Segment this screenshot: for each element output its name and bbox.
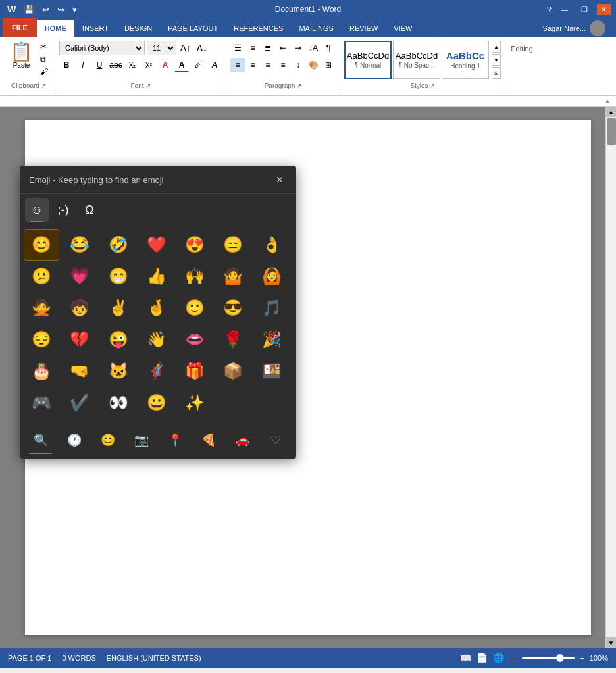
emoji-cell-33[interactable]: 📦 xyxy=(215,355,251,387)
text-effects-button[interactable]: A xyxy=(207,58,222,72)
emoji-cell-1[interactable]: 😂 xyxy=(62,229,97,261)
font-expand-icon[interactable]: ↗ xyxy=(145,82,151,89)
restore-button[interactable]: ❐ xyxy=(577,4,592,15)
subscript-button[interactable]: X₂ xyxy=(125,58,140,72)
help-icon[interactable]: ? xyxy=(547,5,552,14)
emoji-cell-4[interactable]: 😍 xyxy=(177,229,213,261)
read-mode-icon[interactable]: 📖 xyxy=(460,653,471,663)
tab-mailings[interactable]: MAILINGS xyxy=(291,20,342,37)
numbering-button[interactable]: ≡ xyxy=(245,41,260,55)
emoji-tab-symbols[interactable]: Ω xyxy=(78,198,101,222)
copy-button[interactable]: ⧉ xyxy=(38,53,51,65)
zoom-thumb[interactable] xyxy=(556,654,564,662)
tab-file[interactable]: FILE xyxy=(3,18,37,37)
emoji-cell-15[interactable]: 🧒 xyxy=(62,292,97,324)
zoom-slider[interactable] xyxy=(522,657,575,659)
scroll-down-button[interactable]: ▼ xyxy=(606,637,616,648)
more-icon[interactable]: ▾ xyxy=(70,3,79,16)
emoji-cell-29[interactable]: 🤜 xyxy=(62,355,97,387)
emoji-cell-34[interactable]: 🍱 xyxy=(254,355,290,387)
align-center-button[interactable]: ≡ xyxy=(245,58,260,72)
shading-button[interactable]: 🎨 xyxy=(306,58,321,72)
multilevel-button[interactable]: ≣ xyxy=(261,41,275,55)
emoji-cell-10[interactable]: 👍 xyxy=(139,261,174,292)
emoji-recent-button[interactable]: 🕐 xyxy=(57,427,91,453)
emoji-cell-27[interactable]: 🎉 xyxy=(254,324,290,355)
tab-design[interactable]: DESIGN xyxy=(116,20,160,37)
emoji-location-button[interactable]: 📍 xyxy=(158,427,192,453)
zoom-in-button[interactable]: + xyxy=(580,654,584,662)
print-layout-icon[interactable]: 📄 xyxy=(476,653,488,663)
clipboard-expand-icon[interactable]: ↗ xyxy=(41,82,46,89)
emoji-cell-5[interactable]: 😑 xyxy=(215,229,251,261)
emoji-cell-3[interactable]: ❤️ xyxy=(139,229,174,261)
web-layout-icon[interactable]: 🌐 xyxy=(493,653,504,663)
tab-references[interactable]: REFERENCES xyxy=(226,20,291,37)
borders-button[interactable]: ⊞ xyxy=(321,58,336,72)
style-heading1[interactable]: AaBbCc Heading 1 xyxy=(442,41,489,79)
style-no-spacing[interactable]: AaBbCcDd ¶ No Spac... xyxy=(393,41,440,79)
redo-icon[interactable]: ↪ xyxy=(55,3,66,16)
decrease-indent-button[interactable]: ⇤ xyxy=(276,41,290,55)
emoji-cell-8[interactable]: 💗 xyxy=(62,261,97,292)
emoji-camera-button[interactable]: 📷 xyxy=(124,427,158,453)
emoji-cell-22[interactable]: 💔 xyxy=(62,324,97,355)
emoji-cell-30[interactable]: 🐱 xyxy=(101,355,136,387)
emoji-cell-14[interactable]: 🙅 xyxy=(24,292,59,324)
sort-button[interactable]: ↕A xyxy=(306,41,321,55)
emoji-cell-37[interactable]: 👀 xyxy=(101,387,136,418)
strikethrough-button[interactable]: abc xyxy=(109,58,123,72)
styles-down-button[interactable]: ▼ xyxy=(492,54,501,66)
style-normal[interactable]: AaBbCcDd ¶ Normal xyxy=(344,41,392,79)
emoji-cell-11[interactable]: 🙌 xyxy=(177,261,213,292)
bold-button[interactable]: B xyxy=(59,58,74,72)
tab-page-layout[interactable]: PAGE LAYOUT xyxy=(160,20,226,37)
emoji-tab-emoticon[interactable]: ;-) xyxy=(51,198,75,222)
superscript-button[interactable]: X² xyxy=(141,58,156,72)
emoji-cell-19[interactable]: 😎 xyxy=(215,292,251,324)
emoji-cell-2[interactable]: 🤣 xyxy=(101,229,136,261)
format-painter-button[interactable]: 🖌 xyxy=(38,66,51,78)
styles-up-button[interactable]: ▲ xyxy=(492,41,501,53)
underline-button[interactable]: U xyxy=(92,58,107,72)
emoji-search-button[interactable]: 🔍 xyxy=(24,427,57,453)
emoji-close-button[interactable]: ✕ xyxy=(272,172,287,187)
font-name-select[interactable]: Calibri (Body) xyxy=(59,41,145,55)
emoji-cell-36[interactable]: ✔️ xyxy=(62,387,97,418)
tab-insert[interactable]: INSERT xyxy=(74,20,116,37)
emoji-cell-9[interactable]: 😁 xyxy=(101,261,136,292)
emoji-cell-38[interactable]: 😀 xyxy=(139,387,174,418)
emoji-faces-button[interactable]: 😊 xyxy=(91,427,124,453)
highlight-button[interactable]: 🖊 xyxy=(191,58,205,72)
styles-expand-icon[interactable]: ↗ xyxy=(430,82,435,89)
emoji-cell-32[interactable]: 🎁 xyxy=(177,355,213,387)
tab-home[interactable]: HOME xyxy=(37,20,74,37)
tab-view[interactable]: VIEW xyxy=(386,20,420,37)
emoji-cell-35[interactable]: 🎮 xyxy=(24,387,59,418)
increase-font-button[interactable]: A↑ xyxy=(178,41,193,55)
emoji-cell-17[interactable]: 🤞 xyxy=(139,292,174,324)
emoji-cell-6[interactable]: 👌 xyxy=(254,229,290,261)
emoji-cell-31[interactable]: 🦸 xyxy=(139,355,174,387)
tab-user[interactable]: Sagar Nare... xyxy=(535,20,613,37)
emoji-cell-28[interactable]: 🎂 xyxy=(24,355,59,387)
justify-button[interactable]: ≡ xyxy=(276,58,290,72)
undo-icon[interactable]: ↩ xyxy=(40,3,51,16)
zoom-out-button[interactable]: — xyxy=(509,654,517,662)
emoji-heart-button[interactable]: ♡ xyxy=(259,427,292,453)
align-left-button[interactable]: ≡ xyxy=(230,58,245,72)
line-spacing-button[interactable]: ↕ xyxy=(291,58,305,72)
emoji-cell-7[interactable]: 😕 xyxy=(24,261,59,292)
bullets-button[interactable]: ☰ xyxy=(230,41,245,55)
emoji-cell-16[interactable]: ✌️ xyxy=(101,292,136,324)
scroll-thumb[interactable] xyxy=(607,118,616,145)
clear-formatting-button[interactable]: A xyxy=(158,58,172,72)
emoji-cell-18[interactable]: 🙂 xyxy=(177,292,213,324)
emoji-cell-24[interactable]: 👋 xyxy=(139,324,174,355)
align-right-button[interactable]: ≡ xyxy=(261,58,275,72)
emoji-cell-21[interactable]: 😔 xyxy=(24,324,59,355)
collapse-ribbon-icon[interactable]: ▲ xyxy=(604,97,611,105)
emoji-cell-20[interactable]: 🎵 xyxy=(254,292,290,324)
emoji-cell-39[interactable]: ✨ xyxy=(177,387,213,418)
emoji-cell-23[interactable]: 😜 xyxy=(101,324,136,355)
